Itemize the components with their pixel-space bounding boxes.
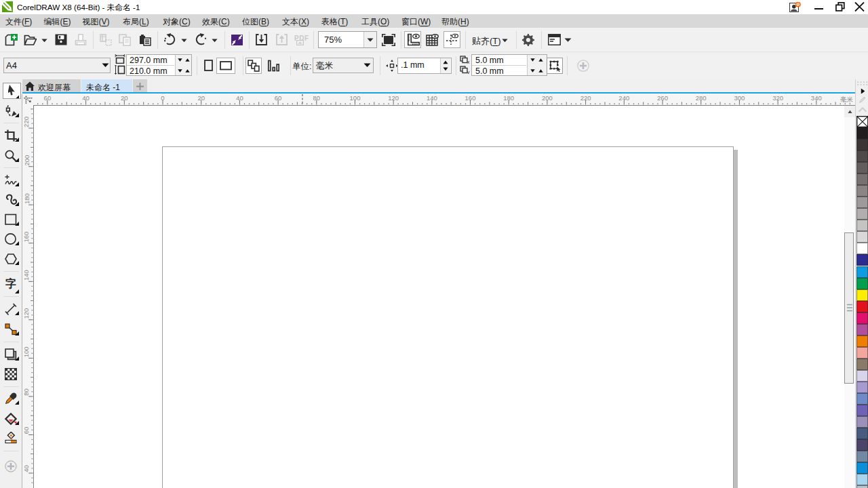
svg-text:200: 200 bbox=[23, 155, 31, 166]
svg-text:220: 220 bbox=[580, 94, 591, 102]
svg-text:40: 40 bbox=[236, 94, 243, 102]
svg-text:160: 160 bbox=[465, 94, 476, 102]
svg-text:0: 0 bbox=[161, 94, 164, 102]
svg-text:280: 280 bbox=[696, 94, 707, 102]
svg-text:160: 160 bbox=[23, 232, 31, 243]
svg-text:毫米: 毫米 bbox=[840, 96, 854, 103]
svg-text:260: 260 bbox=[657, 94, 668, 102]
svg-text:300: 300 bbox=[734, 94, 745, 102]
svg-text:340: 340 bbox=[811, 94, 822, 102]
svg-text:220: 220 bbox=[23, 117, 31, 127]
svg-text:20: 20 bbox=[121, 94, 128, 102]
svg-text:320: 320 bbox=[772, 94, 783, 102]
svg-text:240: 240 bbox=[618, 94, 629, 102]
svg-text:60: 60 bbox=[23, 427, 31, 434]
svg-text:140: 140 bbox=[427, 94, 437, 102]
svg-text:60: 60 bbox=[44, 94, 52, 102]
svg-text:60: 60 bbox=[275, 94, 282, 102]
svg-text:20: 20 bbox=[197, 94, 205, 102]
svg-text:80: 80 bbox=[313, 94, 321, 102]
svg-text:180: 180 bbox=[23, 193, 31, 204]
svg-text:40: 40 bbox=[23, 465, 31, 472]
svg-text:40: 40 bbox=[82, 94, 90, 102]
svg-text:180: 180 bbox=[503, 94, 514, 102]
svg-text:80: 80 bbox=[23, 388, 31, 396]
svg-text:120: 120 bbox=[388, 94, 399, 102]
svg-text:140: 140 bbox=[23, 270, 31, 281]
svg-text:100: 100 bbox=[23, 346, 31, 357]
svg-text:120: 120 bbox=[23, 308, 31, 319]
svg-text:100: 100 bbox=[350, 94, 361, 102]
svg-text:200: 200 bbox=[542, 94, 553, 102]
